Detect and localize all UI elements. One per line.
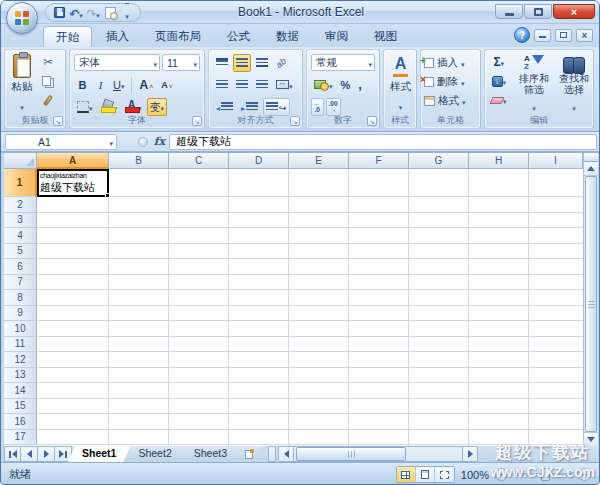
chevron-down-icon[interactable] xyxy=(532,97,536,115)
font-dialog-launcher[interactable] xyxy=(192,116,202,126)
next-sheet-button[interactable] xyxy=(38,446,55,462)
undo-dropdown-icon[interactable] xyxy=(79,4,83,22)
horizontal-scroll-track[interactable] xyxy=(294,446,462,462)
column-header-B[interactable]: B xyxy=(109,153,169,169)
fill-handle[interactable] xyxy=(105,193,110,198)
percent-style-button[interactable]: % xyxy=(338,76,354,94)
orientation-button[interactable]: ab xyxy=(273,54,289,72)
active-cell-a1[interactable]: chaojixiazaizhan 超级下载站 xyxy=(37,169,109,197)
column-header-A[interactable]: A xyxy=(37,153,109,169)
ribbon-tab-开始[interactable]: 开始 xyxy=(43,26,92,47)
align-left-button[interactable] xyxy=(213,76,231,94)
minimize-button[interactable] xyxy=(495,4,523,19)
chevron-down-icon[interactable] xyxy=(161,101,165,113)
scroll-left-button[interactable] xyxy=(278,446,294,462)
doc-close-button[interactable]: × xyxy=(576,29,593,42)
cell-styles-button[interactable]: A 样式 xyxy=(387,53,414,115)
row-header-13[interactable]: 13 xyxy=(4,368,37,384)
cells-area[interactable]: chaojixiazaizhan 超级下载站 xyxy=(37,169,583,446)
column-header-C[interactable]: C xyxy=(169,153,229,169)
number-format-select[interactable]: 常规 xyxy=(311,54,375,71)
sheet-tab-Sheet3[interactable]: Sheet3 xyxy=(180,446,241,462)
save-button[interactable] xyxy=(52,5,66,20)
ribbon-tab-公式[interactable]: 公式 xyxy=(215,26,262,47)
copy-button[interactable] xyxy=(39,72,57,90)
cut-button[interactable] xyxy=(39,53,57,71)
zoom-in-button[interactable]: + xyxy=(578,468,591,481)
row-header-2[interactable]: 2 xyxy=(4,197,37,213)
chevron-down-icon[interactable] xyxy=(462,95,466,107)
increase-indent-button[interactable] xyxy=(238,98,261,116)
find-select-button[interactable]: 查找和选择 xyxy=(555,53,593,115)
chevron-down-icon[interactable] xyxy=(399,96,403,114)
italic-button[interactable]: I xyxy=(93,76,108,94)
chevron-down-icon[interactable] xyxy=(109,136,113,148)
chevron-down-icon[interactable] xyxy=(193,57,197,69)
fill-button[interactable] xyxy=(488,72,510,90)
office-button[interactable] xyxy=(6,2,38,34)
column-header-F[interactable]: F xyxy=(349,153,409,169)
row-header-17[interactable]: 17 xyxy=(4,430,37,446)
shrink-font-button[interactable]: A xyxy=(158,76,176,94)
horizontal-scrollbar[interactable] xyxy=(278,446,478,462)
alignment-dialog-launcher[interactable] xyxy=(290,116,300,126)
ribbon-tab-页面布局[interactable]: 页面布局 xyxy=(143,26,213,47)
wrap-text-button[interactable] xyxy=(263,98,290,116)
ribbon-tab-插入[interactable]: 插入 xyxy=(94,26,141,47)
vertical-scrollbar[interactable] xyxy=(583,153,598,446)
increase-decimal-button[interactable]: ←.0 xyxy=(311,98,324,116)
column-header-G[interactable]: G xyxy=(409,153,469,169)
column-header-D[interactable]: D xyxy=(229,153,289,169)
chevron-down-icon[interactable] xyxy=(461,57,465,69)
undo-button[interactable] xyxy=(69,5,83,20)
align-right-button[interactable] xyxy=(253,76,271,94)
previous-sheet-button[interactable] xyxy=(21,446,38,462)
row-header-1[interactable]: 1 xyxy=(4,169,37,197)
row-header-8[interactable]: 8 xyxy=(4,290,37,306)
merge-center-button[interactable] xyxy=(273,76,296,94)
align-bottom-button[interactable] xyxy=(253,54,271,72)
ribbon-tab-视图[interactable]: 视图 xyxy=(362,26,409,47)
zoom-level[interactable]: 100% xyxy=(461,469,489,481)
column-header-I[interactable]: I xyxy=(529,153,583,169)
zoom-thumb[interactable] xyxy=(541,468,550,481)
font-color-button[interactable]: A xyxy=(122,98,145,116)
normal-view-button[interactable] xyxy=(397,467,416,482)
row-header-11[interactable]: 11 xyxy=(4,337,37,353)
font-name-select[interactable]: 宋体 xyxy=(74,54,160,71)
grow-font-button[interactable]: A xyxy=(136,76,156,94)
chevron-down-icon[interactable] xyxy=(368,57,372,69)
first-sheet-button[interactable] xyxy=(4,446,21,462)
paste-button[interactable]: 粘贴 xyxy=(8,53,36,115)
clear-button[interactable] xyxy=(488,91,510,109)
help-button[interactable]: ? xyxy=(514,27,530,43)
paste-dropdown-icon[interactable] xyxy=(20,96,24,114)
number-dialog-launcher[interactable] xyxy=(367,116,377,126)
row-header-10[interactable]: 10 xyxy=(4,321,37,337)
row-header-9[interactable]: 9 xyxy=(4,306,37,322)
autosum-button[interactable]: Σ xyxy=(488,53,510,71)
decrease-indent-button[interactable] xyxy=(213,98,236,116)
column-header-E[interactable]: E xyxy=(289,153,349,169)
print-preview-button[interactable] xyxy=(103,5,117,20)
sort-filter-button[interactable]: AZ 排序和筛选 xyxy=(515,53,553,115)
insert-function-button[interactable]: fx xyxy=(154,135,165,148)
formula-input[interactable]: 超级下载站 xyxy=(169,134,597,150)
comma-style-button[interactable]: , xyxy=(355,76,365,94)
customize-qat-button[interactable] xyxy=(120,5,134,20)
sheet-tab-Sheet2[interactable]: Sheet2 xyxy=(124,446,185,462)
row-header-6[interactable]: 6 xyxy=(4,259,37,275)
redo-dropdown-icon[interactable] xyxy=(96,4,100,22)
row-header-4[interactable]: 4 xyxy=(4,228,37,244)
delete-cells-button[interactable]: 删除 xyxy=(424,73,466,90)
chevron-down-icon[interactable] xyxy=(153,57,157,69)
name-box[interactable]: A1 xyxy=(5,134,117,150)
row-header-14[interactable]: 14 xyxy=(4,383,37,399)
chevron-down-icon[interactable] xyxy=(461,76,465,88)
doc-minimize-button[interactable] xyxy=(534,29,551,42)
chevron-down-icon[interactable] xyxy=(501,56,505,68)
chevron-down-icon[interactable] xyxy=(572,97,576,115)
chevron-down-icon[interactable] xyxy=(289,79,293,91)
format-cells-button[interactable]: 格式 xyxy=(424,92,466,109)
select-all-corner[interactable] xyxy=(4,153,37,169)
